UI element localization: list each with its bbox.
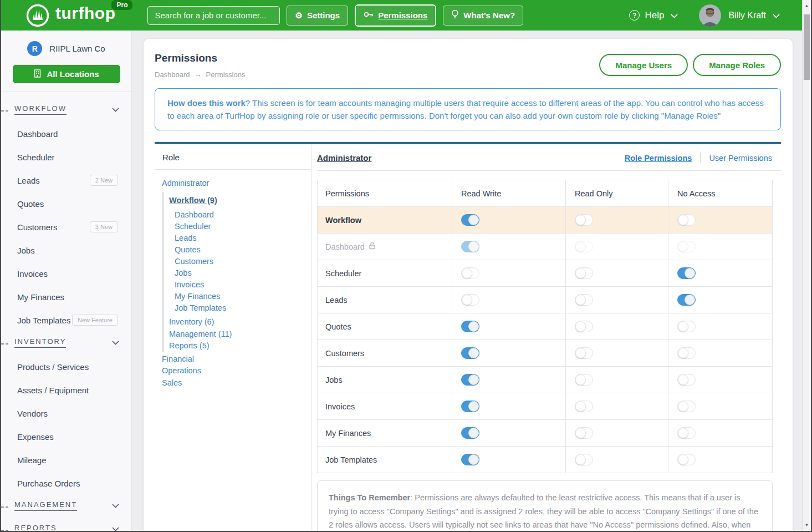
sidebar-item-purchase-orders[interactable]: Purchase Orders	[1, 472, 131, 495]
no-access-toggle[interactable]	[677, 374, 696, 386]
no-access-toggle[interactable]	[677, 267, 696, 279]
toggle-knob	[575, 374, 586, 385]
sidebar-item-mileage[interactable]: Mileage	[1, 448, 131, 472]
tree-role-administrator[interactable]: Administrator	[162, 178, 307, 189]
tree-item-quotes[interactable]: Quotes	[175, 244, 307, 256]
tree-group-reports[interactable]: Reports (5)	[169, 340, 307, 352]
col-read-write: Read Write	[452, 180, 565, 206]
read-write-toggle[interactable]	[461, 401, 479, 412]
info-banner: How does this work? This screen is for t…	[155, 88, 781, 130]
permissions-table: Permissions Read Write Read Only No Acce…	[317, 180, 773, 473]
read-write-toggle[interactable]	[461, 454, 479, 465]
read-only-toggle[interactable]	[575, 347, 593, 359]
sidebar-section-workflow[interactable]: WORKFLOW	[1, 99, 131, 120]
toggle-knob	[575, 241, 586, 252]
tree-item-leads[interactable]: Leads	[175, 232, 307, 244]
company-logo: R	[27, 41, 42, 56]
search-input[interactable]	[147, 6, 280, 25]
tree-group-workflow[interactable]: Workflow (9)	[169, 194, 217, 206]
toggle-knob	[575, 215, 586, 225]
read-write-toggle[interactable]	[461, 214, 479, 226]
permission-row-label: Leads	[325, 296, 348, 305]
scrollbar-thumb[interactable]	[804, 14, 810, 80]
read-only-toggle[interactable]	[575, 214, 593, 226]
tab-role-permissions[interactable]: Role Permissions	[625, 154, 692, 163]
read-only-toggle[interactable]	[575, 294, 593, 306]
manage-users-button[interactable]: Manage Users	[599, 54, 688, 76]
no-access-toggle[interactable]	[677, 294, 696, 306]
sidebar-item-scheduler[interactable]: Scheduler	[1, 145, 131, 169]
window-scrollbar[interactable]: ▲ ▼	[802, 0, 811, 531]
sidebar-section-inventory[interactable]: INVENTORY	[1, 332, 131, 353]
sidebar-item-vendors[interactable]: Vendors	[1, 402, 131, 425]
tree-item-scheduler[interactable]: Scheduler	[175, 221, 307, 232]
user-name[interactable]: Billy Kraft	[728, 11, 766, 21]
no-access-toggle[interactable]	[677, 214, 696, 226]
tree-role-sales[interactable]: Sales	[162, 377, 307, 389]
sidebar-item-job-templates[interactable]: Job TemplatesNew Feature	[1, 308, 131, 332]
read-only-toggle	[575, 241, 593, 252]
help-menu[interactable]: ? Help	[629, 10, 678, 21]
permission-row-label: My Finances	[325, 429, 371, 438]
all-locations-button[interactable]: All Locations	[13, 65, 120, 83]
no-access-toggle[interactable]	[677, 454, 696, 465]
read-write-toggle[interactable]	[461, 267, 479, 279]
read-write-toggle[interactable]	[461, 347, 479, 359]
table-header-row: Permissions Read Write Read Only No Acce…	[318, 180, 772, 206]
tree-role-operations[interactable]: Operations	[162, 365, 307, 377]
sidebar-section-management[interactable]: MANAGEMENT	[1, 495, 131, 516]
scroll-up-arrow[interactable]: ▲	[803, 3, 811, 8]
permission-row-label: Workflow	[325, 216, 361, 225]
item-label: Scheduler	[17, 153, 55, 162]
tree-item-invoices[interactable]: Invoices	[175, 279, 307, 291]
read-only-toggle[interactable]	[575, 401, 593, 412]
tree-item-my-finances[interactable]: My Finances	[175, 291, 307, 302]
scroll-down-arrow[interactable]: ▼	[803, 523, 811, 528]
selected-role-title[interactable]: Administrator	[317, 153, 371, 163]
whats-new-button[interactable]: What's New?	[443, 6, 523, 26]
main-card: Permissions Dashboard → Permissions Mana…	[144, 39, 793, 531]
user-avatar[interactable]	[699, 4, 721, 27]
sidebar-item-assets-equipment[interactable]: Assets / Equipment	[1, 378, 131, 402]
sidebar-item-customers[interactable]: Customers3 New	[1, 215, 131, 239]
read-only-toggle[interactable]	[575, 427, 593, 439]
sidebar-item-leads[interactable]: Leads2 New	[1, 169, 131, 192]
breadcrumb-dashboard[interactable]: Dashboard	[155, 70, 190, 79]
breadcrumb-permissions: Permissions	[206, 70, 246, 79]
tree-group-inventory[interactable]: Inventory (6)	[169, 316, 307, 328]
sidebar-item-expenses[interactable]: Expenses	[1, 425, 131, 448]
read-only-toggle[interactable]	[575, 267, 593, 279]
no-access-toggle[interactable]	[677, 321, 696, 332]
read-write-toggle[interactable]	[461, 427, 479, 439]
read-only-toggle[interactable]	[575, 321, 593, 332]
brand-logo[interactable]: turfhop Pro	[25, 1, 136, 30]
sidebar-item-dashboard[interactable]: Dashboard	[1, 122, 131, 145]
sidebar-item-invoices[interactable]: Invoices	[1, 262, 131, 285]
whats-new-label: What's New?	[463, 11, 515, 20]
tree-group-management[interactable]: Management (11)	[169, 328, 307, 341]
tree-item-jobs[interactable]: Jobs	[175, 267, 307, 279]
no-access-toggle[interactable]	[677, 347, 696, 359]
chevron-down-icon[interactable]	[773, 11, 780, 21]
tree-item-job-templates[interactable]: Job Templates	[175, 302, 307, 314]
sidebar-section-reports[interactable]: REPORTS	[1, 518, 131, 531]
company-row[interactable]: R RIIPL Lawn Co	[10, 41, 122, 56]
read-only-toggle[interactable]	[575, 374, 593, 386]
tree-role-financial[interactable]: Financial	[162, 353, 307, 366]
tree-item-dashboard[interactable]: Dashboard	[175, 209, 307, 221]
no-access-toggle[interactable]	[677, 401, 696, 412]
read-write-toggle[interactable]	[461, 294, 479, 306]
manage-roles-button[interactable]: Manage Roles	[693, 54, 781, 76]
read-only-toggle[interactable]	[575, 454, 593, 465]
read-write-toggle[interactable]	[461, 321, 479, 332]
permissions-button[interactable]: Permissions	[355, 4, 436, 27]
no-access-toggle[interactable]	[677, 427, 696, 439]
settings-button[interactable]: ⚙ Settings	[287, 6, 348, 26]
read-write-toggle[interactable]	[461, 374, 479, 386]
tab-user-permissions[interactable]: User Permissions	[709, 154, 772, 163]
tree-item-customers[interactable]: Customers	[175, 256, 307, 267]
sidebar-item-my-finances[interactable]: My Finances	[1, 285, 131, 308]
sidebar-item-quotes[interactable]: Quotes	[1, 192, 131, 215]
sidebar-item-jobs[interactable]: Jobs	[1, 239, 131, 262]
sidebar-item-products-services[interactable]: Products / Services	[1, 355, 131, 378]
